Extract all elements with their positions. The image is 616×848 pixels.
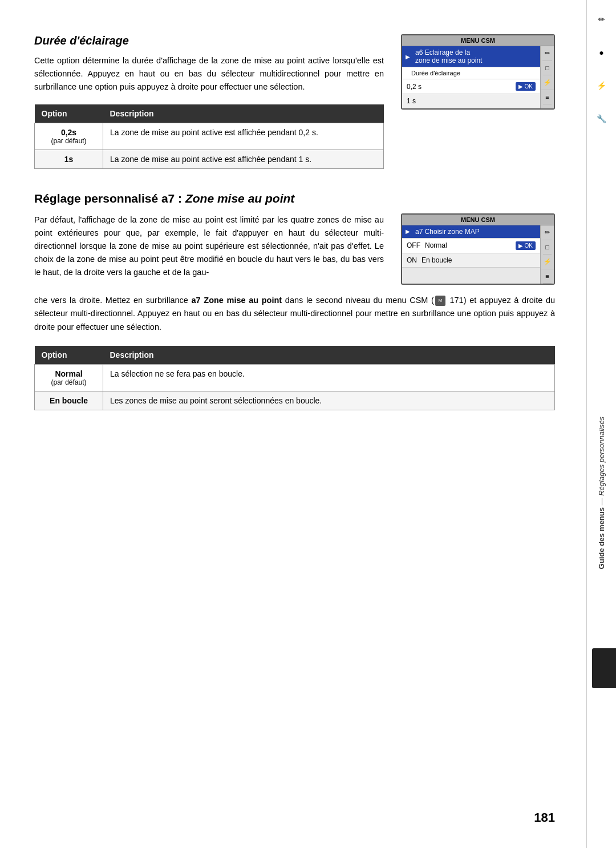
table-row: 1s La zone de mise au point active est a… [35,150,384,168]
duree-menu-header: MENU CSM [402,35,554,46]
duree-ui-main: ▶ a6 Eclairage de lazone de mise au poin… [402,46,540,108]
reglage-icon-pencil: ✏ [542,225,552,240]
reglage-arrow-icon: ▶ [406,228,410,235]
reglage-full-text: che vers la droite. Mettez en surbrillan… [34,294,555,335]
reglage-title-part1: Réglage personnalisé a7 : [34,192,185,205]
duree-icon-menu: ≡ [543,90,551,104]
menu-icon: M [435,296,445,306]
duree-val1-text: 0,2 s [407,83,422,91]
sidebar-icon-dot: ● [594,45,610,60]
reglage-ui-body: ▶ a7 Choisir zone MAP OFF Normal ▶ OK ON [402,225,554,284]
sidebar-block [592,648,616,688]
reglage-val2-text: En boucle [422,256,452,264]
reglage-row1-text: a7 Choisir zone MAP [415,228,480,236]
reglage-text-part3: dans le second niveau du menu CSM ( [282,296,434,305]
section-duree: Durée d'éclairage Cette option détermine… [34,34,555,169]
duree-option-2: 1s [35,150,103,168]
table-row: Normal (par défaut) La sélection ne se f… [35,365,555,391]
reglage-val1-text: Normal [425,241,447,249]
reglage-body: Par défaut, l'affichage de la zone de mi… [34,213,555,285]
duree-desc-1: La zone de mise au point active est affi… [103,123,384,150]
reglage-table-wrapper: Option Description Normal (par défaut) L… [34,346,555,410]
reglage-icon-flash: ⚡ [541,255,554,269]
reglage-icons-col: ✏ □ ⚡ ≡ [540,225,554,284]
page-number: 181 [534,810,555,825]
reglage-desc-1: La sélection ne se fera pas en boucle. [103,365,555,391]
sidebar-vertical-text: Guide des menus — Réglages personnalisés [597,417,606,569]
duree-table-wrapper: Option Description 0,2s (par défaut) La … [34,104,384,169]
duree-col-description: Description [103,104,384,123]
reglage-option-2: En boucle [35,391,103,410]
duree-icons-col: ✏ □ ⚡ ≡ [540,46,554,108]
reglage-ui-main: ▶ a7 Choisir zone MAP OFF Normal ▶ OK ON [402,225,540,284]
main-content: Durée d'éclairage Cette option détermine… [0,0,586,848]
reglage-desc-2: Les zones de mise au point seront sélect… [103,391,555,410]
duree-icon-camera: □ [543,61,552,75]
reglage-col-option: Option [35,346,103,365]
duree-option-1: 0,2s (par défaut) [35,123,103,150]
duree-ui-row-2: Durée d'éclairage [402,67,540,79]
reglage-text-part2: che vers la droite. Mettez en surbrillan… [34,296,192,305]
reglage-icon-camera: □ [543,240,552,255]
duree-camera-ui-container: MENU CSM ▶ a6 Eclairage de lazone de mis… [401,34,555,169]
duree-value-1: 0,2 s ▶ OK [402,79,540,94]
duree-row2-text: Durée d'éclairage [411,70,460,76]
reglage-col-description: Description [103,346,555,365]
page-container: Durée d'éclairage Cette option détermine… [0,0,616,848]
sidebar-icon-flash: ⚡ [594,78,610,94]
reglage-val2-label: ON [407,256,417,264]
sidebar-icon-wrench: 🔧 [594,111,610,127]
duree-icon-flash: ⚡ [541,75,554,90]
table-row: 0,2s (par défaut) La zone de mise au poi… [35,123,384,150]
duree-ui-row-1: ▶ a6 Eclairage de lazone de mise au poin… [402,46,540,67]
duree-value-2: 1 s [402,94,540,108]
duree-val2-text: 1 s [407,97,416,105]
section-reglage: Réglage personnalisé a7 : Zone mise au p… [34,192,555,411]
duree-ui-body: ▶ a6 Eclairage de lazone de mise au poin… [402,46,554,108]
reglage-left: Par défaut, l'affichage de la zone de mi… [34,213,384,285]
duree-title: Durée d'éclairage [34,34,384,47]
duree-col-option: Option [35,104,103,123]
duree-arrow-icon: ▶ [406,54,410,60]
reglage-option-1: Normal (par défaut) [35,365,103,391]
duree-camera-ui: MENU CSM ▶ a6 Eclairage de lazone de mis… [401,34,555,110]
table-row: En boucle Les zones de mise au point ser… [35,391,555,410]
reglage-ok-btn: ▶ OK [516,241,536,250]
reglage-val1-label: OFF [407,241,420,249]
reglage-icon-menu: ≡ [543,269,551,284]
duree-row1-text: a6 Eclairage de lazone de mise au point [415,49,482,64]
duree-table-header-row: Option Description [35,104,384,123]
reglage-camera-ui: MENU CSM ▶ a7 Choisir zone MAP OFF Norma… [401,213,555,285]
reglage-text-bold: a7 Zone mise au point [192,296,282,305]
sidebar-icon-pencil: ✏ [594,11,610,27]
reglage-table: Option Description Normal (par défaut) L… [34,346,555,410]
reglage-value-1: OFF Normal ▶ OK [402,239,540,253]
reglage-title: Réglage personnalisé a7 : Zone mise au p… [34,192,555,205]
reglage-text-left: Par défaut, l'affichage de la zone de mi… [34,213,384,280]
duree-ok-btn: ▶ OK [516,82,536,91]
sidebar: ✏ ● ⚡ 🔧 Guide des menus — Réglages perso… [586,0,616,848]
duree-desc-2: La zone de mise au point active est affi… [103,150,384,168]
sidebar-text-container: Guide des menus — Réglages personnalisés [587,138,616,848]
reglage-value-2: ON En boucle [402,253,540,268]
duree-icon-pencil: ✏ [542,46,552,61]
reglage-camera-ui-container: MENU CSM ▶ a7 Choisir zone MAP OFF Norma… [401,213,555,285]
sidebar-text-line1: Guide des menus [597,507,606,569]
sidebar-text-separator: — [597,498,606,506]
reglage-title-part2: Zone mise au point [185,192,294,205]
sidebar-text-line2: Réglages personnalisés [597,417,606,496]
section-duree-left: Durée d'éclairage Cette option détermine… [34,34,384,169]
reglage-ui-row-1: ▶ a7 Choisir zone MAP [402,225,540,239]
duree-table: Option Description 0,2s (par défaut) La … [34,104,384,169]
sidebar-icons: ✏ ● ⚡ 🔧 [594,11,610,127]
reglage-table-header-row: Option Description [35,346,555,365]
duree-body: Cette option détermine la durée d'affich… [34,54,384,94]
reglage-menu-header: MENU CSM [402,215,554,225]
